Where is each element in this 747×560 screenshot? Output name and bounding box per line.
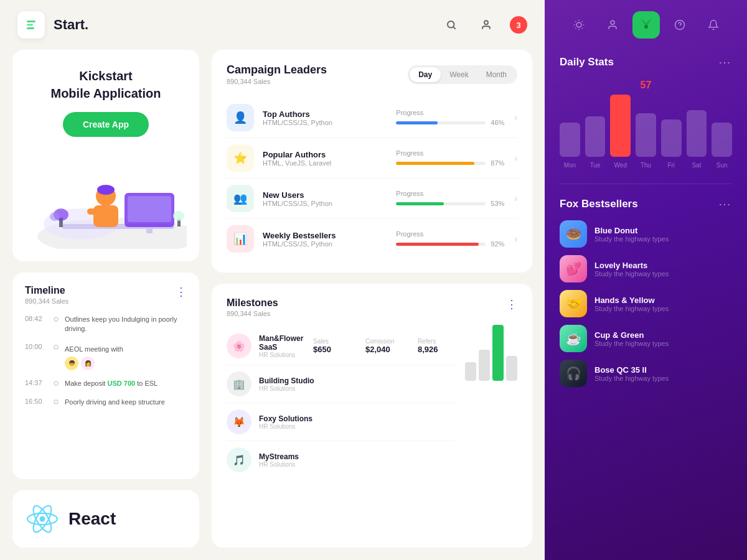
timeline-title: Timeline: [25, 285, 68, 296]
fox-bestsellers-title: Fox Bestsellers: [560, 198, 638, 210]
header-right: 3: [440, 14, 527, 36]
milestone-row-mystreams: 🎵 MyStreams HR Solutions: [227, 441, 455, 478]
timeline-header: Timeline 890,344 Sales ⋮: [25, 285, 187, 305]
user-icon[interactable]: [475, 14, 497, 36]
svg-point-31: [611, 21, 614, 24]
fox-item-blue-donut: 🍩 Blue Donut Study the highway types: [560, 220, 732, 248]
timeline-subtitle: 890,344 Sales: [25, 297, 68, 305]
svg-point-15: [50, 212, 60, 221]
svg-rect-7: [128, 196, 171, 222]
fox-item-cup-green: ☕ Cup & Green Study the highway types: [560, 325, 732, 352]
new-users-icon: 👥: [227, 185, 254, 212]
hands-yellow-thumb: 🤝: [560, 290, 587, 317]
top-authors-info: Top Authors HTML/CSS/JS, Python: [263, 110, 396, 126]
chart-bar: [465, 362, 476, 381]
campaign-tab-group: Day Week Month: [408, 65, 517, 84]
bar-thu: [636, 113, 656, 157]
new-users-info: New Users HTML/CSS/JS, Python: [263, 190, 396, 207]
svg-point-35: [644, 24, 648, 29]
create-app-button[interactable]: Create App: [63, 112, 149, 137]
daily-stats-chart: [560, 95, 732, 157]
daily-stats-title: Daily Stats: [560, 56, 614, 68]
milestone-row-building-studio: 🏢 Building Studio HR Solutions: [227, 365, 455, 403]
tab-week[interactable]: Week: [441, 67, 477, 82]
bar-wed: [610, 95, 631, 157]
weekly-bestsellers-progress: Progress 92%: [396, 230, 508, 248]
building-studio-icon: 🏢: [227, 371, 251, 396]
popular-authors-info: Popular Authors HTML, VueJS, Laravel: [263, 150, 396, 167]
bar-sat: [687, 110, 707, 157]
sidebar-top-icons: [545, 0, 747, 50]
timeline-item: 10:00 AEOL meeting with 👦 👩: [25, 343, 187, 370]
popular-authors-progress: Progress 87%: [396, 149, 508, 167]
svg-line-25: [575, 21, 576, 22]
bar-sun: [712, 123, 732, 157]
sidebar-divider: [560, 184, 731, 184]
svg-line-30: [581, 21, 582, 22]
milestones-header: Milestones 890,344 Sales ⋮: [227, 297, 517, 317]
svg-point-17: [173, 211, 184, 221]
weekly-bestsellers-chevron[interactable]: ›: [514, 234, 517, 244]
milestone-row-man-flower: 🌸 Man&Flower SaaS HR Solutions Sales $65…: [227, 327, 455, 365]
sidebar-icon-fox[interactable]: [632, 11, 660, 39]
sidebar-icon-question[interactable]: [666, 11, 693, 39]
svg-rect-11: [87, 208, 106, 215]
right-column: Campaign Leaders 890,344 Sales Day Week …: [212, 50, 532, 548]
header-left: Start.: [17, 11, 88, 39]
top-authors-icon: 👤: [227, 104, 254, 131]
fox-bestsellers-menu[interactable]: ⋯: [718, 197, 732, 212]
tab-month[interactable]: Month: [477, 67, 515, 82]
new-users-progress: Progress 53%: [396, 190, 508, 207]
top-authors-chevron[interactable]: ›: [514, 113, 517, 123]
bar-fri: [661, 119, 682, 157]
timeline-item: 14:37 Make deposit USD 700 to ESL: [25, 379, 187, 388]
svg-point-0: [448, 21, 454, 28]
bose-thumb: 🎧: [560, 360, 587, 387]
fox-item-bose: 🎧 Bose QC 35 II Study the highway types: [560, 360, 732, 387]
left-column: Kickstart Mobile Application Create App: [12, 50, 199, 548]
campaign-title: Campaign Leaders: [227, 63, 327, 77]
top-authors-progress: Progress 46%: [396, 109, 508, 126]
svg-line-29: [575, 28, 576, 29]
avatar: 👩: [81, 357, 95, 370]
sidebar-icon-light[interactable]: [565, 11, 593, 39]
timeline-menu[interactable]: ⋮: [176, 285, 187, 299]
app-title: Start.: [54, 17, 88, 33]
logo-icon: [17, 11, 45, 39]
kickstart-illustration: [25, 149, 187, 249]
weekly-bestsellers-info: Weekly Bestsellers HTML/CSS/JS, Python: [263, 231, 396, 248]
popular-authors-chevron[interactable]: ›: [514, 153, 517, 163]
bar-mon: [560, 123, 580, 157]
lovely-hearts-thumb: 💕: [560, 255, 587, 282]
milestones-chart: [465, 327, 517, 383]
svg-point-18: [40, 516, 45, 522]
kickstart-title: Kickstart Mobile Application: [25, 67, 187, 102]
svg-point-12: [97, 185, 115, 195]
campaign-row-top-authors: 👤 Top Authors HTML/CSS/JS, Python Progre…: [227, 98, 517, 138]
sidebar-icon-bell[interactable]: [700, 11, 727, 39]
campaign-row-new-users: 👥 New Users HTML/CSS/JS, Python Progress…: [227, 179, 517, 219]
search-icon[interactable]: [440, 14, 463, 36]
man-flower-icon: 🌸: [227, 334, 251, 358]
new-users-chevron[interactable]: ›: [514, 194, 517, 203]
react-card: React: [12, 490, 199, 548]
daily-stats-menu[interactable]: ⋯: [718, 55, 732, 70]
timeline-item: 08:42 Outlines keep you Indulging in poo…: [25, 315, 187, 334]
milestones-menu[interactable]: ⋮: [506, 297, 517, 311]
daily-stats-section: Daily Stats ⋯ 57 Mon Tue Wed Thu Fri Sat…: [545, 50, 747, 181]
campaign-row-popular-authors: ⭐ Popular Authors HTML, VueJS, Laravel P…: [227, 138, 517, 179]
mystreams-icon: 🎵: [227, 447, 251, 472]
bar-tue: [585, 116, 606, 157]
notification-badge[interactable]: 3: [510, 16, 527, 34]
tab-day[interactable]: Day: [410, 67, 441, 82]
timeline-item: 16:50 Poorly driving and keep structure: [25, 398, 187, 407]
kickstart-card: Kickstart Mobile Application Create App: [12, 50, 199, 261]
svg-rect-8: [146, 227, 153, 233]
campaign-subtitle: 890,344 Sales: [227, 78, 327, 85]
svg-line-1: [453, 27, 455, 29]
sidebar-icon-user[interactable]: [599, 11, 626, 39]
content-grid: Kickstart Mobile Application Create App: [0, 50, 545, 560]
fox-item-hands-yellow: 🤝 Hands & Yellow Study the highway types: [560, 290, 732, 317]
weekly-bestsellers-icon: 📊: [227, 225, 254, 253]
milestones-title: Milestones: [227, 297, 278, 309]
